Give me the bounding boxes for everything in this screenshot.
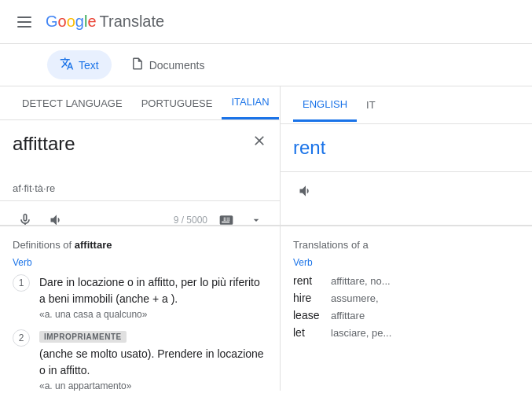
source-phonetic: af·fit·tà·re <box>0 179 280 200</box>
speaker-button-source[interactable] <box>44 208 69 225</box>
source-lang-bar: DETECT LANGUAGE PORTUGUESE ITALIAN ENGLI… <box>0 86 280 120</box>
def-content-2: IMPROPRIAMENTE (anche se molto usato). P… <box>39 329 267 391</box>
lang-italian[interactable]: ITALIAN <box>222 86 278 119</box>
svg-rect-2 <box>17 26 31 28</box>
def-text-2: (anche se molto usato). Prendere in loca… <box>39 346 267 379</box>
left-panel: DETECT LANGUAGE PORTUGUESE ITALIAN ENGLI… <box>0 86 281 225</box>
documents-tab-icon <box>130 57 145 73</box>
clear-button[interactable] <box>251 133 267 152</box>
char-count-area: 9 / 5000 <box>174 208 267 225</box>
source-lang-options: DETECT LANGUAGE PORTUGUESE ITALIAN ENGLI… <box>13 86 281 119</box>
header: Google Translate <box>0 0 532 44</box>
app-name: Translate <box>100 13 165 31</box>
trans-row-rent: rent affittare, no... <box>293 274 519 287</box>
lang-detect[interactable]: DETECT LANGUAGE <box>13 88 132 119</box>
translation-row: DETECT LANGUAGE PORTUGUESE ITALIAN ENGLI… <box>0 86 532 226</box>
definitions-title-text: Definitions of <box>13 239 72 251</box>
lang-english-target[interactable]: ENGLISH <box>293 89 357 122</box>
definitions-title: Definitions of affittare <box>13 239 267 251</box>
source-input-wrapper: affittare <box>0 120 280 179</box>
svg-rect-1 <box>17 21 31 23</box>
svg-rect-0 <box>17 17 31 18</box>
definition-item-1: 1 Dare in locazione o in affitto, per lo… <box>13 274 267 320</box>
documents-tab-label: Documents <box>149 59 205 72</box>
improper-badge: IMPROPRIAMENTE <box>39 331 127 343</box>
trans-synonyms-rent: affittare, no... <box>331 275 391 287</box>
text-tab-label: Text <box>79 59 99 72</box>
trans-synonyms-let: lasciare, pe... <box>331 327 391 339</box>
target-lang-bar: ENGLISH IT <box>281 86 532 124</box>
def-num-1: 1 <box>13 274 30 292</box>
tab-documents[interactable]: Documents <box>118 50 218 79</box>
keyboard-button[interactable] <box>214 208 239 225</box>
output-controls <box>281 171 532 210</box>
logo: Google Translate <box>46 13 164 31</box>
translations-section: Translations of a Verb rent affittare, n… <box>281 226 532 391</box>
translations-title-text: Translations of a <box>293 239 369 251</box>
def-content-1: Dare in locazione o in affitto, per lo p… <box>39 274 267 320</box>
main-layout: DETECT LANGUAGE PORTUGUESE ITALIAN ENGLI… <box>0 86 532 391</box>
lang-portuguese[interactable]: PORTUGUESE <box>132 88 222 119</box>
translations-pos[interactable]: Verb <box>293 257 519 268</box>
definitions-word: affittare <box>75 239 112 251</box>
source-input[interactable]: affittare <box>13 133 242 177</box>
source-controls-left <box>13 208 69 225</box>
trans-word-let: let <box>293 326 325 339</box>
menu-button[interactable] <box>13 12 36 32</box>
output-area: rent <box>281 124 532 171</box>
text-tab-icon <box>60 57 74 73</box>
def-example-1: «a. una casa a qualcuno» <box>39 309 267 320</box>
lang-it-target[interactable]: IT <box>357 90 385 120</box>
def-example-2: «a. un appartamento» <box>39 380 267 391</box>
tab-text[interactable]: Text <box>47 50 112 79</box>
mic-button[interactable] <box>13 208 38 225</box>
def-text-1: Dare in locazione o in affitto, per lo p… <box>39 274 267 307</box>
output-text: rent <box>293 137 519 159</box>
right-panel: ENGLISH IT rent <box>281 86 532 225</box>
trans-word-lease: lease <box>293 309 325 321</box>
source-controls: 9 / 5000 <box>0 200 280 225</box>
trans-word-rent: rent <box>293 274 325 287</box>
trans-row-let: let lasciare, pe... <box>293 326 519 339</box>
google-wordmark: Google <box>46 13 97 31</box>
trans-row-hire: hire assumere, <box>293 292 519 304</box>
trans-synonyms-lease: affittare <box>331 310 365 321</box>
bottom-section: Definitions of affittare Verb 1 Dare in … <box>0 226 532 391</box>
def-num-2: 2 <box>13 329 30 347</box>
more-button[interactable] <box>245 209 267 225</box>
trans-row-lease: lease affittare <box>293 309 519 321</box>
definitions-pos[interactable]: Verb <box>13 257 267 268</box>
trans-synonyms-hire: assumere, <box>331 292 379 304</box>
translations-title: Translations of a <box>293 239 519 251</box>
definitions-section: Definitions of affittare Verb 1 Dare in … <box>0 226 281 391</box>
speaker-button-target[interactable] <box>293 178 318 204</box>
trans-word-hire: hire <box>293 292 325 304</box>
char-count: 9 / 5000 <box>174 215 207 225</box>
tabs-row: Text Documents <box>0 44 532 86</box>
definition-item-2: 2 IMPROPRIAMENTE (anche se molto usato).… <box>13 329 267 391</box>
